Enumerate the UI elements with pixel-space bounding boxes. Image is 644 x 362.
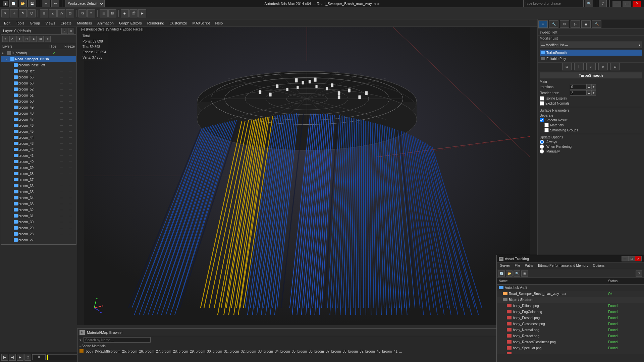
- always-radio[interactable]: [540, 140, 544, 144]
- layer-item[interactable]: broom_51 — —: [1, 92, 76, 98]
- at-list-item[interactable]: body_Refract.png Found: [497, 333, 644, 339]
- at-tb-3[interactable]: 🔍: [514, 270, 520, 277]
- at-menu-paths[interactable]: Paths: [523, 262, 536, 269]
- layer-item[interactable]: broom_43 — —: [1, 140, 76, 146]
- material-editor-button[interactable]: ◈: [121, 9, 129, 17]
- material-search-input[interactable]: [84, 337, 151, 343]
- layer-item[interactable]: broom_34 — —: [1, 195, 76, 201]
- layer-item[interactable]: broom_31 — —: [1, 213, 76, 219]
- menu-create[interactable]: Create: [58, 19, 74, 27]
- close-button[interactable]: ✕: [633, 1, 641, 7]
- save-button[interactable]: 💾: [28, 0, 36, 8]
- at-minimize-button[interactable]: —: [622, 256, 628, 261]
- angle-snap-button[interactable]: ∠: [49, 9, 57, 17]
- layer-item[interactable]: broom_26 — —: [1, 243, 76, 244]
- layer-item[interactable]: broom_46 — —: [1, 122, 76, 128]
- iterations-up[interactable]: ▲: [587, 84, 591, 89]
- layer-item[interactable]: broom_52 — —: [1, 86, 76, 92]
- layer-item[interactable]: ▸ 0 (default) ✓: [1, 50, 76, 56]
- at-tb-5[interactable]: ?: [636, 270, 642, 277]
- layer-item[interactable]: sweep_left — —: [1, 68, 76, 74]
- at-list-item[interactable]: body_Fresnel.png Found: [497, 315, 644, 321]
- help-button[interactable]: ?: [599, 0, 607, 8]
- minimize-button[interactable]: ─: [612, 1, 621, 7]
- layer-item[interactable]: broom_29 — —: [1, 225, 76, 231]
- layer-item[interactable]: broom_37 — —: [1, 177, 76, 183]
- undo-button[interactable]: ↩: [42, 0, 50, 8]
- mod-nav-4[interactable]: ◈: [598, 63, 608, 70]
- at-tb-1[interactable]: 🔄: [498, 270, 505, 277]
- at-tb-2[interactable]: 📂: [506, 270, 513, 277]
- layer-item[interactable]: broom_35 — —: [1, 189, 76, 195]
- layer-item[interactable]: broom_48 — —: [1, 110, 76, 116]
- at-menu-file[interactable]: File: [513, 262, 522, 269]
- layer-item[interactable]: broom_30 — —: [1, 219, 76, 225]
- mod-nav-3[interactable]: ▷: [586, 63, 596, 70]
- menu-animation[interactable]: Animation: [95, 19, 116, 27]
- layer-item[interactable]: broom_33 — —: [1, 201, 76, 207]
- layer-item[interactable]: broom_27 — —: [1, 237, 76, 243]
- new-button[interactable]: 📄: [9, 0, 17, 8]
- at-list-item[interactable]: body_Glossiness.png Found: [497, 321, 644, 327]
- at-maximize-button[interactable]: □: [628, 256, 635, 261]
- play-button[interactable]: ▶: [1, 354, 8, 361]
- prev-frame-button[interactable]: ◀: [9, 354, 16, 361]
- smoothing-groups-checkbox[interactable]: [544, 128, 549, 132]
- scale-button[interactable]: ⬡: [28, 9, 36, 17]
- render-iters-input[interactable]: [570, 90, 587, 96]
- at-list-item[interactable]: body_Normal.png Found: [497, 327, 644, 333]
- align-button[interactable]: ≡: [87, 9, 95, 17]
- menu-tools[interactable]: Tools: [13, 19, 27, 27]
- frame-input[interactable]: [32, 354, 46, 360]
- render-iters-up[interactable]: ▲: [587, 90, 591, 96]
- snap-button[interactable]: ⊞: [40, 9, 48, 17]
- at-list-item[interactable]: [497, 351, 644, 354]
- create-tab[interactable]: ✚: [538, 20, 548, 28]
- isoline-checkbox[interactable]: [540, 96, 544, 101]
- modifier-dropdown[interactable]: — Modifier List — ▾: [540, 42, 642, 48]
- layer-item[interactable]: broom_36 — —: [1, 183, 76, 189]
- key-mode-button[interactable]: ⊡: [24, 354, 31, 361]
- at-tb-4[interactable]: ⊞: [521, 270, 528, 277]
- select-button[interactable]: ↖: [1, 9, 9, 17]
- at-list-item[interactable]: body_FogColor.png Found: [497, 309, 644, 315]
- at-close-button[interactable]: ✕: [635, 256, 642, 261]
- layer-item[interactable]: broom_49 — —: [1, 104, 76, 110]
- iterations-input[interactable]: [570, 84, 587, 89]
- mod-nav-1[interactable]: ⊟: [562, 63, 572, 70]
- layer-new-button[interactable]: +: [2, 36, 8, 42]
- at-menu-bitmap[interactable]: Bitmap Performance and Memory: [536, 262, 590, 269]
- viewport-3d[interactable]: X Y Z: [77, 27, 537, 325]
- mirror-button[interactable]: ⧉: [78, 9, 87, 17]
- layer-item[interactable]: brooms_base_left — —: [1, 62, 76, 68]
- workspace-dropdown[interactable]: Workspace: Default: [65, 0, 105, 7]
- menu-edit[interactable]: Edit: [1, 19, 13, 27]
- menu-help[interactable]: Help: [213, 19, 226, 27]
- layer-item[interactable]: broom_32 — —: [1, 207, 76, 213]
- render-setup-button[interactable]: 🎬: [129, 9, 138, 17]
- layer-item[interactable]: broom_53 — —: [1, 80, 76, 86]
- layer-close-button[interactable]: ✕: [68, 28, 74, 34]
- layer-item[interactable]: broom_44 — —: [1, 134, 76, 140]
- menu-customize[interactable]: Customize: [167, 19, 190, 27]
- smooth-result-checkbox[interactable]: [540, 118, 544, 122]
- search-button[interactable]: 🔍: [585, 0, 593, 8]
- at-menu-options[interactable]: Options: [591, 262, 606, 269]
- render-button[interactable]: ▶: [138, 9, 146, 17]
- when-rendering-radio[interactable]: [540, 144, 544, 149]
- layer-item[interactable]: broom_39 — —: [1, 165, 76, 171]
- iterations-down[interactable]: ▼: [591, 84, 596, 89]
- at-menu-server[interactable]: Server: [498, 262, 512, 269]
- layer-item[interactable]: broom_56 — —: [1, 74, 76, 80]
- materials-checkbox[interactable]: [544, 123, 549, 127]
- manually-radio[interactable]: [540, 149, 544, 154]
- spinner-snap-button[interactable]: ⊡: [66, 9, 74, 17]
- at-list-item[interactable]: Road_Sweeper_Brush_max_vray.max Ok: [497, 291, 644, 297]
- move-button[interactable]: ✛: [10, 9, 18, 17]
- layer-item[interactable]: broom_42 — —: [1, 146, 76, 153]
- maximize-button[interactable]: □: [623, 1, 631, 7]
- at-list-item[interactable]: body_Diffuse.png Found: [497, 303, 644, 309]
- schematic-button[interactable]: ⊟: [108, 9, 116, 17]
- layer-properties-button[interactable]: ≡: [45, 36, 51, 42]
- turbomooth-modifier[interactable]: TurboSmooth: [540, 50, 642, 56]
